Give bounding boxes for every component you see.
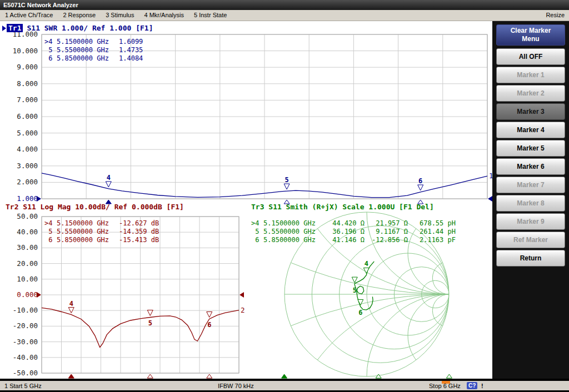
svg-text:4: 4 [69,300,73,308]
svg-text:10.00: 10.00 [17,275,38,283]
svg-text:6.000: 6.000 [17,112,38,120]
trace2-marker-readout: >45.1500000 GHz-12.627 dB 55.5500000 GHz… [44,219,159,244]
resize-button[interactable]: Resize [546,10,565,21]
trace1-header[interactable]: Tr1 S11 SWR 1.000/ Ref 1.000 [F1] [2,24,153,32]
softkey-marker-1: Marker 1 [496,67,565,83]
softkey-marker-6[interactable]: Marker 6 [496,158,565,175]
svg-text:5.000: 5.000 [17,129,38,137]
svg-text:5: 5 [148,319,152,327]
correction-status-badge: C? [467,382,477,389]
menu-items: 1 Active Ch/Trace2 Response3 Stimulus4 M… [0,10,232,21]
trace1-header-text: S11 SWR 1.000/ Ref 1.000 [F1] [27,24,153,32]
marker-5-flag [352,277,357,283]
trace3-header[interactable]: Tr3 S11 Smith (R+jX) Scale 1.000U [F1 De… [251,203,434,211]
trace2-header[interactable]: Tr2 S11 Log Mag 10.00dB/ Ref 0.000dB [F1… [6,203,184,211]
svg-text:40.00: 40.00 [17,228,38,236]
stimulus-marker-4 [68,374,74,378]
menu-4-mkr-analysis[interactable]: 4 Mkr/Analysis [139,10,189,21]
charts-canvas[interactable]: 11.00010.0009.0008.0007.0006.0005.0004.0… [0,21,492,379]
softkey-menu-title-line1: Clear Marker [511,27,551,35]
softkey-menu-title: Clear Marker Menu [496,24,565,46]
svg-text:9.000: 9.000 [17,63,38,71]
stimulus-marker-4 [282,374,287,378]
svg-text:4: 4 [107,174,111,182]
trace1-badge: Tr1 [7,24,23,32]
softkey-marker-5[interactable]: Marker 5 [496,140,565,157]
softkey-marker-2: Marker 2 [496,85,565,102]
marker-4-flag [68,308,74,313]
marker-6-flag [207,311,212,317]
svg-text:1.000: 1.000 [17,194,38,203]
softkey-return[interactable]: Return [496,250,565,267]
svg-text:5: 5 [353,287,357,294]
softkey-marker-9: Marker 9 [496,213,565,230]
softkey-menu-title-line2: Menu [522,35,539,43]
stimulus-marker-6 [207,374,212,378]
menu-bar: 1 Active Ch/Trace2 Response3 Stimulus4 M… [0,10,569,21]
trace1-marker-readout: >45.1500000 GHz1.6099 55.5500000 GHz1.47… [44,38,143,63]
svg-text:10.000: 10.000 [13,47,38,55]
marker-readout-row: >45.1500000 GHz44.420 Ω21.957 Ω678.55 pH [251,219,456,228]
svg-text:20.00: 20.00 [17,259,38,268]
svg-text:-50.00: -50.00 [13,369,38,377]
active-trace-arrow-icon [2,26,6,31]
stimulus-marker-5 [147,374,153,378]
svg-text:30.00: 30.00 [17,243,38,252]
app-window: E5071C Network Analyzer 1 Active Ch/Trac… [0,0,569,392]
softkey-all-off[interactable]: All OFF [496,48,565,65]
ref-level-arrow-left [37,196,41,202]
status-start-frequency: 1 Start 5 GHz [4,381,42,390]
title-bar[interactable]: E5071C Network Analyzer [0,0,569,10]
svg-text:3.000: 3.000 [17,162,38,170]
marker-readout-row: 55.5500000 GHz1.4735 [44,46,143,54]
stimulus-marker-6 [446,374,452,378]
marker-5-flag [147,310,153,315]
svg-text:-30.00: -30.00 [13,338,38,346]
svg-text:-20.00: -20.00 [13,321,38,330]
marker-readout-row: 65.8500000 GHz-15.413 dB [44,236,159,244]
softkey-marker-7: Marker 7 [496,177,565,193]
softkey-marker-3[interactable]: Marker 3 [496,103,565,120]
marker-readout-row: >45.1500000 GHz1.6099 [44,38,143,46]
svg-text:6: 6 [207,321,211,329]
stimulus-marker-5 [376,374,381,378]
chart-tr3-smith: 456 [38,21,492,379]
marker-readout-row: >45.1500000 GHz-12.627 dB [44,219,159,228]
main-content: 11.00010.0009.0008.0007.0006.0005.0004.0… [0,21,569,379]
marker-readout-row: 65.8500000 GHz1.4084 [44,54,143,63]
marker-5-flag [284,184,290,189]
menu-1-active-ch-trace[interactable]: 1 Active Ch/Trace [0,10,58,21]
status-stop-frequency: Stop 6 GHz [429,381,461,390]
menu-3-stimulus[interactable]: 3 Stimulus [101,10,139,21]
svg-text:8.000: 8.000 [17,79,38,88]
ref-level-arrow-right [488,196,492,202]
marker-readout-row: 55.5500000 GHz36.196 Ω9.1167 Ω261.44 pH [251,228,456,236]
ref-level-arrow-left [37,292,41,298]
svg-text:4: 4 [365,260,368,268]
menu-5-instr-state[interactable]: 5 Instr State [189,10,232,21]
marker-4-flag [106,182,111,187]
softkey-ref-marker: Ref Marker [496,232,565,248]
svg-text:-40.00: -40.00 [13,353,38,361]
svg-text:7.000: 7.000 [17,96,38,104]
svg-text:50.00: 50.00 [17,212,38,220]
svg-text:1: 1 [489,172,492,180]
svg-text:4.000: 4.000 [17,145,38,153]
svg-text:6: 6 [418,177,422,185]
alert-indicator: ! [481,381,483,390]
softkey-marker-4[interactable]: Marker 4 [496,122,565,138]
marker-readout-row: 65.8500000 GHz41.146 Ω-12.856 Ω2.1163 pF [251,236,456,244]
marker-readout-row: 55.5500000 GHz-14.359 dB [44,228,159,236]
ref-level-arrow-right [239,292,244,298]
menu-2-response[interactable]: 2 Response [58,10,101,21]
marker-6-flag [418,185,423,190]
svg-text:-10.00: -10.00 [13,306,38,314]
softkey-menu: Clear Marker Menu All OFFMarker 1Marker … [492,21,569,379]
svg-text:0.000: 0.000 [17,290,38,299]
measurement-display: 11.00010.0009.0008.0007.0006.0005.0004.0… [0,21,492,379]
svg-text:6: 6 [358,309,362,316]
trace3-marker-readout: >45.1500000 GHz44.420 Ω21.957 Ω678.55 pH… [251,219,456,244]
window-title: E5071C Network Analyzer [3,2,78,8]
svg-text:5: 5 [284,176,288,184]
svg-text:2: 2 [241,306,245,314]
